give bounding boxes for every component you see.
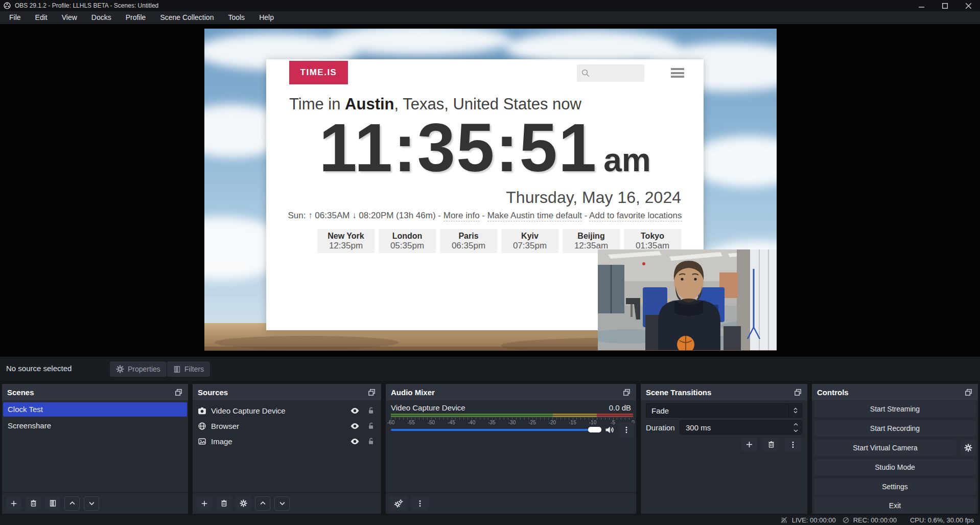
filters-icon	[173, 366, 181, 373]
city-box: Paris 06:35pm	[440, 229, 497, 253]
obs-logo-icon	[4, 2, 11, 9]
visibility-eye-icon[interactable]	[350, 406, 360, 416]
globe-icon	[198, 422, 206, 430]
source-row-browser[interactable]: Browser	[193, 418, 381, 433]
menu-edit[interactable]: Edit	[28, 11, 55, 24]
studio-mode-button[interactable]: Studio Mode	[814, 459, 976, 475]
duration-increase-button[interactable]	[789, 421, 802, 427]
add-source-button[interactable]	[197, 496, 212, 511]
source-properties-button[interactable]	[236, 496, 251, 511]
duration-label: Duration	[646, 423, 680, 432]
mixer-channel-menu-button[interactable]	[619, 422, 634, 438]
minimize-button[interactable]	[909, 0, 933, 11]
speaker-icon[interactable]	[604, 425, 615, 435]
scene-item-clock-test[interactable]: Clock Test	[3, 402, 187, 417]
volume-meter	[391, 414, 633, 417]
menu-file[interactable]: File	[2, 11, 28, 24]
menu-profile[interactable]: Profile	[119, 11, 153, 24]
timeis-date: Thursday, May 16, 2024	[506, 188, 681, 207]
popout-icon[interactable]	[964, 388, 973, 397]
record-off-icon	[842, 516, 850, 524]
settings-button[interactable]: Settings	[814, 478, 976, 495]
popout-icon[interactable]	[174, 388, 183, 397]
meter-scale-labels: -60 -55 -50 -45 -40 -35 -30 -25 -20 -15 …	[391, 420, 633, 426]
city-box: Kyiv 07:35pm	[501, 229, 558, 253]
start-recording-button[interactable]: Start Recording	[814, 420, 976, 437]
image-icon	[198, 437, 206, 446]
scene-item-screenshare[interactable]: Screenshare	[3, 419, 187, 433]
program-video[interactable]: TIME.IS Time in Austin, Texas, United St…	[204, 29, 777, 351]
menu-help[interactable]: Help	[252, 11, 281, 24]
scene-filters-button[interactable]	[45, 496, 60, 511]
add-transition-button[interactable]	[741, 438, 757, 451]
move-scene-down-button[interactable]	[84, 496, 99, 511]
make-default-link: Make Austin time default	[487, 211, 582, 221]
advanced-audio-gears-button[interactable]	[390, 496, 407, 511]
menu-tools[interactable]: Tools	[221, 11, 252, 24]
virtual-camera-settings-button[interactable]	[961, 440, 976, 456]
menu-view[interactable]: View	[55, 11, 84, 24]
sources-panel: Sources Video Capture Device	[193, 384, 381, 514]
sun-times: Sun: ↑ 06:35AM ↓ 08:20PM (13h 46m) -	[288, 211, 443, 220]
controls-panel-header: Controls	[812, 384, 978, 400]
scenes-toolbar	[2, 492, 188, 514]
visibility-eye-icon[interactable]	[350, 421, 360, 431]
controls-panel: Controls Start Streaming Start Recording…	[812, 384, 978, 514]
menu-docks[interactable]: Docks	[84, 11, 119, 24]
scenes-panel-header: Scenes	[2, 384, 188, 400]
scenes-panel: Scenes Clock Test Screenshare	[2, 384, 188, 514]
start-virtual-camera-button[interactable]: Start Virtual Camera	[814, 440, 956, 456]
volume-slider[interactable]	[391, 429, 598, 431]
sources-panel-header: Sources	[193, 384, 381, 400]
search-icon	[581, 69, 590, 78]
start-streaming-button[interactable]: Start Streaming	[814, 401, 976, 417]
move-source-down-button[interactable]	[274, 496, 290, 511]
city-box: London 05:35pm	[379, 229, 436, 253]
webcam-overlay[interactable]	[598, 249, 777, 350]
status-bar: LIVE: 00:00:00 REC: 00:00:00 CPU: 0.6%, …	[0, 515, 980, 525]
move-source-up-button[interactable]	[255, 496, 270, 511]
remove-transition-button[interactable]	[763, 438, 779, 451]
menu-scene-collection[interactable]: Scene Collection	[153, 11, 221, 24]
popout-icon[interactable]	[367, 388, 376, 397]
mixer-menu-dots-button[interactable]	[411, 496, 429, 511]
camera-icon	[198, 406, 206, 415]
lock-open-icon[interactable]	[367, 437, 375, 445]
mixer-toolbar	[386, 492, 636, 514]
audio-mixer-panel: Audio Mixer Video Capture Device 0.0 dB …	[386, 384, 636, 514]
properties-button[interactable]: Properties	[110, 361, 167, 377]
timeis-clock: 11:35:51 am	[266, 108, 704, 187]
duration-spinbox[interactable]: 300 ms	[680, 420, 802, 435]
source-row-image[interactable]: Image	[193, 433, 381, 449]
add-favorite-link: Add to favorite locations	[589, 211, 682, 221]
add-scene-button[interactable]	[6, 496, 21, 511]
visibility-eye-icon[interactable]	[350, 437, 360, 446]
move-scene-up-button[interactable]	[64, 496, 80, 511]
duration-decrease-button[interactable]	[789, 427, 802, 434]
timeis-search-box	[577, 64, 644, 82]
more-info-link: More info	[444, 211, 480, 221]
no-source-label: No source selected	[6, 364, 72, 373]
filters-button[interactable]: Filters	[167, 361, 210, 377]
lock-open-icon[interactable]	[367, 422, 375, 430]
lock-open-icon[interactable]	[367, 406, 375, 415]
close-button[interactable]	[956, 0, 980, 11]
volume-slider-handle[interactable]	[588, 427, 601, 432]
timeis-logo: TIME.IS	[289, 61, 348, 84]
rec-status: REC: 00:00:00	[842, 516, 897, 524]
exit-button[interactable]: Exit	[814, 497, 976, 514]
menu-bar: File Edit View Docks Profile Scene Colle…	[0, 11, 980, 24]
popout-icon[interactable]	[622, 388, 631, 397]
transition-menu-dots-button[interactable]	[785, 438, 801, 451]
maximize-button[interactable]	[933, 0, 956, 11]
popout-icon[interactable]	[794, 388, 802, 397]
chevron-up-down-icon	[788, 404, 802, 417]
gear-icon	[116, 365, 124, 373]
live-status: LIVE: 00:00:00	[780, 516, 836, 524]
remove-scene-button[interactable]	[26, 496, 41, 511]
mixer-channel-level: 0.0 dB	[609, 403, 631, 412]
source-row-video-capture[interactable]: Video Capture Device	[193, 403, 381, 418]
transition-select[interactable]: Fade	[646, 403, 802, 418]
remove-source-button[interactable]	[216, 496, 231, 511]
window-title: OBS 29.1.2 - Profile: LLHLS BETA - Scene…	[15, 2, 158, 9]
